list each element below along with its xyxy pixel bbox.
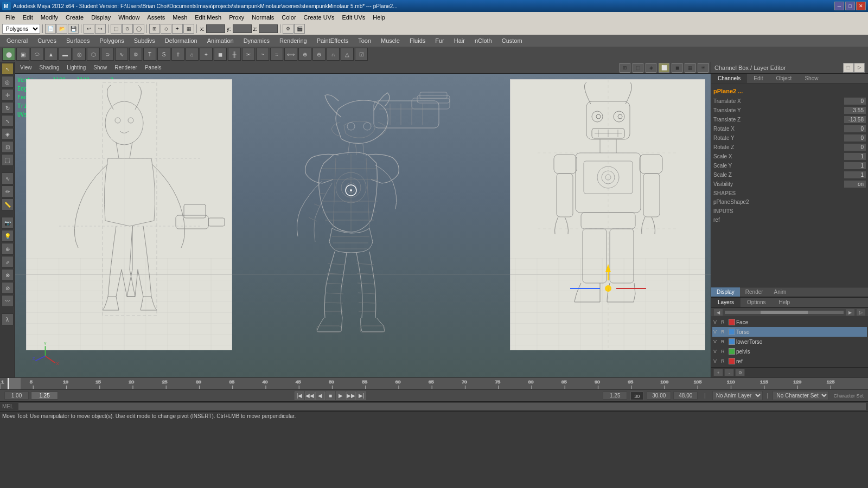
menu-modify[interactable]: Modify: [37, 13, 61, 22]
shelf-separate[interactable]: ⊖: [312, 48, 326, 61]
redo-btn[interactable]: ↪: [95, 24, 106, 34]
tab-toon[interactable]: Toon: [354, 36, 375, 45]
skip-to-end-btn[interactable]: ▶|: [356, 391, 366, 400]
current-time-field2[interactable]: [603, 391, 627, 400]
tab-dynamics[interactable]: Dynamics: [239, 36, 274, 45]
weight-tool[interactable]: ⊘: [2, 282, 14, 294]
dra-tab-render[interactable]: Render: [740, 287, 769, 297]
open-btn[interactable]: 📂: [56, 24, 67, 34]
inputs-node-label[interactable]: ref: [713, 217, 720, 223]
layer-delete-btn[interactable]: -: [724, 369, 734, 376]
render-btn[interactable]: 🎬: [294, 24, 305, 34]
shelf-mirror[interactable]: ⟺: [284, 48, 297, 61]
end-time-field[interactable]: [647, 391, 671, 400]
tab-hair[interactable]: Hair: [450, 36, 469, 45]
character-set-dropdown[interactable]: No Character Set: [773, 391, 829, 400]
snap-grid-btn[interactable]: ⊞: [149, 24, 160, 34]
shelf-helix[interactable]: ∿: [115, 48, 128, 61]
menu-edit[interactable]: Edit: [20, 13, 36, 22]
max-time-field[interactable]: [673, 391, 698, 400]
play-forward-btn[interactable]: ▶: [336, 391, 346, 400]
shelf-text[interactable]: T: [143, 48, 156, 61]
layer-row-torso[interactable]: V R Torso: [712, 327, 867, 337]
move-tool[interactable]: ✛: [2, 89, 14, 101]
snap-point-btn[interactable]: ✦: [172, 24, 183, 34]
layer-row-face[interactable]: V R Face: [712, 317, 867, 327]
right-panel-float-btn[interactable]: ⬚: [843, 63, 854, 73]
mode-dropdown[interactable]: Polygons Surfaces Dynamics: [2, 24, 40, 34]
layer-row-lowertorso[interactable]: V R lowerTorso: [712, 337, 867, 346]
select-tool[interactable]: ↖: [2, 63, 14, 75]
tab-animation[interactable]: Animation: [203, 36, 238, 45]
vp-icon-1[interactable]: ⊞: [620, 63, 630, 73]
shelf-torus[interactable]: ◎: [73, 48, 86, 61]
tab-fur[interactable]: Fur: [431, 36, 449, 45]
ik-tool[interactable]: ⇗: [2, 256, 14, 268]
shelf-pipe[interactable]: ⊃: [101, 48, 114, 61]
timeline[interactable]: 1 5 10 15 20 25 30 35 40 45 50 55 60: [0, 377, 868, 389]
vp-menu-renderer[interactable]: Renderer: [112, 64, 140, 71]
menu-file[interactable]: File: [2, 13, 18, 22]
vp-icon-light[interactable]: ☀: [698, 63, 709, 73]
history-btn[interactable]: ⚙: [283, 24, 293, 34]
curve-tool[interactable]: ∿: [2, 172, 14, 184]
paint-btn[interactable]: ◯: [133, 24, 144, 34]
mel-input[interactable]: [18, 403, 866, 410]
shelf-boolean[interactable]: ∩: [327, 48, 340, 61]
shelf-plane[interactable]: ▬: [59, 48, 72, 61]
tab-muscle[interactable]: Muscle: [376, 36, 404, 45]
tab-curves[interactable]: Curves: [33, 36, 61, 45]
snap-view-btn[interactable]: ▦: [183, 24, 194, 34]
x-input[interactable]: [206, 24, 225, 33]
light-tool[interactable]: 💡: [2, 230, 14, 242]
shelf-sphere[interactable]: ⬤: [2, 48, 15, 61]
right-panel-expand-btn[interactable]: ▷: [854, 63, 865, 73]
layers-tab[interactable]: Layers: [711, 298, 741, 307]
menu-window[interactable]: Window: [115, 13, 143, 22]
shelf-fill[interactable]: ◼: [214, 48, 227, 61]
lasso-btn[interactable]: ⊙: [122, 24, 133, 34]
layers-options-tab[interactable]: Options: [741, 298, 772, 307]
vp-icon-textured[interactable]: ▦: [685, 63, 695, 73]
layer-scroll-left[interactable]: ◀: [713, 309, 723, 316]
layer-row-ref[interactable]: V R ref: [712, 356, 867, 366]
rotate-y-value[interactable]: 0: [844, 134, 866, 142]
select-btn[interactable]: ⬚: [111, 24, 122, 34]
anim-layer-dropdown[interactable]: No Anim Layer: [712, 391, 763, 400]
tab-show[interactable]: Show: [798, 74, 825, 83]
vp-menu-panels[interactable]: Panels: [142, 64, 164, 71]
y-input[interactable]: [233, 24, 252, 33]
vp-icon-wireframe[interactable]: ⬜: [659, 63, 669, 73]
tab-subdivs[interactable]: Subdivs: [130, 36, 159, 45]
soft-mod-tool[interactable]: ⊡: [2, 141, 14, 153]
shelf-gear[interactable]: ⚙: [129, 48, 142, 61]
scale-z-value[interactable]: 1: [844, 171, 866, 178]
vp-menu-view[interactable]: View: [17, 64, 35, 71]
menu-help[interactable]: Help: [369, 13, 388, 22]
minimize-button[interactable]: ─: [834, 2, 844, 10]
scale-y-value[interactable]: 1: [844, 162, 866, 169]
joint-tool[interactable]: ⊕: [2, 243, 14, 255]
tab-edit[interactable]: Edit: [747, 74, 769, 83]
menu-mesh[interactable]: Mesh: [169, 13, 190, 22]
tab-channels[interactable]: Channels: [711, 74, 747, 83]
viewport-area[interactable]: View Shading Lighting Show Renderer Pane…: [15, 62, 711, 377]
shelf-cut[interactable]: ✂: [242, 48, 255, 61]
pencil-tool[interactable]: ✏: [2, 185, 14, 197]
viewport-canvas[interactable]: Verts: 1198 1198 0 Edges: 2468 2468 0 Fa…: [15, 74, 711, 377]
paint-select-tool[interactable]: ◎: [2, 76, 14, 88]
dra-tab-display[interactable]: Display: [711, 287, 740, 297]
shelf-cylinder[interactable]: ⬭: [30, 48, 43, 61]
measure-tool[interactable]: 📏: [2, 198, 14, 210]
hair-tool[interactable]: 〰: [2, 295, 14, 307]
prev-frame-btn[interactable]: ◀◀: [305, 391, 315, 400]
layer-scroll-right[interactable]: ▶: [845, 309, 855, 316]
tab-object[interactable]: Object: [770, 74, 799, 83]
bind-tool[interactable]: ⊗: [2, 269, 14, 281]
menu-display[interactable]: Display: [88, 13, 114, 22]
vp-menu-shading[interactable]: Shading: [37, 64, 62, 71]
camera-tool[interactable]: 📷: [2, 217, 14, 229]
current-time-field[interactable]: [31, 391, 58, 400]
layer-row-pelvis[interactable]: V R pelvis: [712, 346, 867, 356]
rotate-x-value[interactable]: 0: [844, 125, 866, 132]
